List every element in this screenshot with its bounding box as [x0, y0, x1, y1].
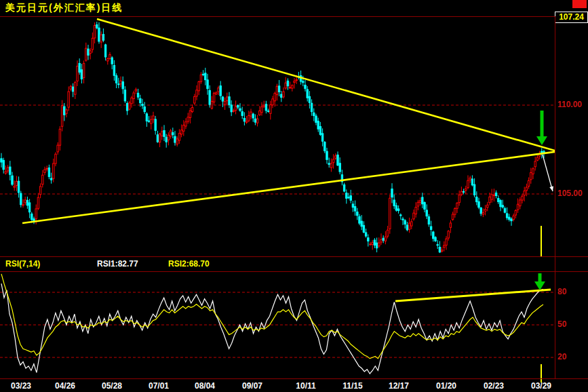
date-axis-label: 05/28: [102, 381, 122, 391]
rsi-axis-label: 80: [557, 287, 566, 296]
rsi-axis-label: 50: [557, 319, 566, 329]
chart-title: 美元日元(外汇汇率)日线: [5, 2, 123, 14]
rsi1-value-label: RSI1:82.77: [97, 259, 138, 269]
latest-price-box: 107.24: [555, 12, 588, 23]
date-axis-label: 07/01: [149, 381, 169, 391]
date-axis-label: 03/29: [531, 381, 551, 391]
date-axis-label: 08/04: [195, 381, 215, 391]
date-axis-label: 04/26: [55, 381, 75, 391]
date-axis-label: 11/15: [342, 381, 362, 391]
corner-indicator: [572, 0, 587, 8]
price-axis-line: [555, 16, 555, 379]
rsi-chart-canvas[interactable]: [0, 272, 555, 378]
date-axis-label: 01/20: [436, 381, 456, 391]
rsi2-value-label: RSI2:68.70: [168, 259, 210, 269]
rsi-axis-label: 20: [557, 352, 566, 361]
bottom-axis-border: [0, 378, 588, 379]
rsi-indicator-label: RSI(7,14): [5, 259, 40, 269]
date-axis-label: 09/07: [242, 381, 262, 391]
chart-window: 美元日元(外汇汇率)日线 107.24 RSI(7,14) RSI1:82.77…: [0, 0, 588, 392]
price-axis-label: 110.00: [557, 100, 582, 109]
main-chart-canvas[interactable]: [0, 17, 555, 256]
price-axis-label: 105.00: [557, 189, 583, 198]
date-axis-label: 12/17: [389, 381, 409, 391]
date-axis-label: 03/23: [11, 381, 31, 391]
rsi-header-strip: RSI(7,14) RSI1:82.77 RSI2:68.70: [0, 257, 555, 271]
date-axis-label: 02/23: [484, 381, 504, 391]
date-axis-label: 10/11: [296, 381, 315, 391]
